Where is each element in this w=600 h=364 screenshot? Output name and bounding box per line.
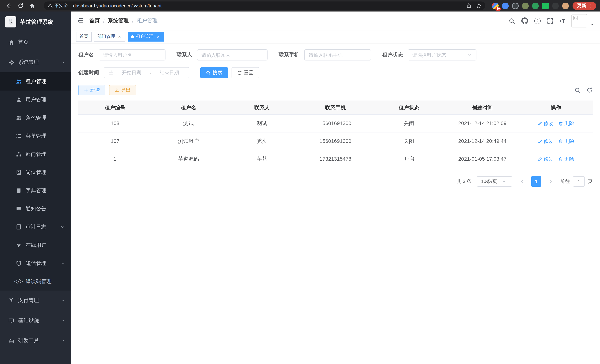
edit-icon bbox=[538, 121, 542, 126]
profile-avatar-icon[interactable] bbox=[562, 2, 569, 9]
navbar: 首页 / 系统管理 / 租户管理 ? bbox=[71, 11, 600, 30]
contact-name-input[interactable] bbox=[201, 52, 263, 58]
sidebar-item-role[interactable]: 角色管理 bbox=[0, 109, 71, 127]
end-date-placeholder[interactable]: 结束日期 bbox=[154, 69, 185, 76]
extension-icon-5[interactable] bbox=[532, 2, 539, 9]
security-label: 不安全 bbox=[55, 3, 68, 9]
edit-button[interactable]: 修改 bbox=[538, 115, 553, 132]
close-icon[interactable]: × bbox=[155, 34, 161, 39]
sidebar-item-audit-log[interactable]: 审计日志 bbox=[0, 218, 71, 236]
sidebar-item-sms[interactable]: 短信管理 bbox=[0, 254, 71, 272]
search-icon bbox=[206, 70, 211, 75]
sidebar-item-infra[interactable]: 基础设施 bbox=[0, 311, 71, 331]
tenant-status-select[interactable] bbox=[408, 49, 477, 60]
share-icon[interactable] bbox=[466, 3, 472, 9]
extension-icon-7[interactable] bbox=[552, 2, 559, 9]
logo-image bbox=[5, 16, 16, 28]
tenant-status-select-input[interactable] bbox=[412, 52, 466, 58]
address-bar[interactable]: 不安全 dashboard.yudao.iocoder.cn/system/te… bbox=[44, 1, 485, 10]
font-size-icon[interactable]: TT bbox=[559, 18, 565, 24]
page-number-button[interactable]: 1 bbox=[531, 176, 541, 187]
extension-icon-4[interactable] bbox=[522, 2, 529, 9]
create-time-range-picker[interactable]: 开始日期 - 结束日期 bbox=[104, 67, 189, 78]
sidebar-item-tenant[interactable]: 租户管理 bbox=[0, 72, 71, 91]
sidebar-item-user[interactable]: 用户管理 bbox=[0, 91, 71, 109]
browser-reload-icon[interactable] bbox=[16, 1, 25, 10]
pagination-total: 共 3 条 bbox=[457, 178, 472, 185]
chevron-right-icon bbox=[548, 179, 553, 184]
edit-button[interactable]: 修改 bbox=[538, 132, 553, 150]
delete-button[interactable]: 删除 bbox=[558, 132, 574, 150]
sidebar-item-notice[interactable]: 通知公告 bbox=[0, 200, 71, 218]
comment-icon bbox=[16, 206, 21, 212]
extension-icon-1[interactable] bbox=[492, 2, 499, 9]
sidebar-item-payment[interactable]: ¥ 支付管理 bbox=[0, 290, 71, 311]
update-label: 更新 bbox=[577, 3, 586, 9]
breadcrumb-system[interactable]: 系统管理 bbox=[108, 18, 129, 24]
browser-menu-icon[interactable]: ⋮ bbox=[589, 3, 593, 9]
pagination: 共 3 条 10条/页 1 bbox=[78, 176, 593, 187]
contact-name-label: 联系人 bbox=[177, 52, 192, 58]
add-button[interactable]: 新增 bbox=[78, 85, 105, 95]
page-size-select[interactable]: 10条/页 bbox=[477, 176, 512, 187]
sidebar-item-online-user[interactable]: 在线用户 bbox=[0, 236, 71, 254]
start-date-placeholder[interactable]: 开始日期 bbox=[116, 69, 147, 76]
sidebar-item-dept[interactable]: 部门管理 bbox=[0, 145, 71, 163]
delete-button[interactable]: 删除 bbox=[558, 115, 574, 132]
sidebar-item-menu[interactable]: 菜单管理 bbox=[0, 127, 71, 145]
refresh-table-icon[interactable] bbox=[587, 87, 593, 93]
help-icon[interactable]: ? bbox=[534, 18, 540, 24]
search-button[interactable]: 搜索 bbox=[200, 67, 228, 78]
tab-tenant[interactable]: 租户管理 × bbox=[128, 32, 164, 41]
yen-icon: ¥ bbox=[8, 298, 14, 304]
sidebar-item-post[interactable]: 岗位管理 bbox=[0, 163, 71, 181]
contact-mobile-input[interactable] bbox=[309, 52, 367, 58]
close-icon[interactable]: × bbox=[117, 34, 122, 39]
tenant-name-input[interactable] bbox=[103, 52, 161, 58]
tab-home[interactable]: 首页 bbox=[76, 32, 92, 41]
delete-button[interactable]: 删除 bbox=[558, 150, 574, 168]
edit-button[interactable]: 修改 bbox=[538, 150, 553, 168]
sidebar-item-home[interactable]: 首页 bbox=[0, 32, 71, 52]
sidebar-collapse-icon[interactable] bbox=[77, 18, 84, 24]
header-search-icon[interactable] bbox=[508, 18, 515, 24]
sidebar-item-dict[interactable]: 字典管理 bbox=[0, 181, 71, 200]
trash-icon bbox=[558, 121, 563, 126]
security-chip[interactable]: 不安全 bbox=[47, 3, 68, 9]
chevron-down-icon bbox=[60, 298, 65, 303]
export-button[interactable]: 导出 bbox=[109, 85, 136, 95]
prev-page-button[interactable] bbox=[517, 176, 527, 187]
reset-button[interactable]: 重置 bbox=[232, 67, 259, 78]
chevron-up-icon bbox=[60, 60, 65, 65]
status-text: 关闭 bbox=[372, 132, 446, 150]
github-icon[interactable] bbox=[521, 18, 528, 24]
extension-icon-3[interactable] bbox=[512, 2, 519, 9]
sidebar-item-dev-tools[interactable]: 研发工具 bbox=[0, 331, 71, 351]
user-avatar[interactable] bbox=[572, 14, 587, 28]
menu-list-icon bbox=[16, 133, 21, 139]
bookmark-star-icon[interactable] bbox=[476, 3, 482, 9]
filter-form-row-2: 创建时间 开始日期 - 结束日期 搜索 bbox=[78, 67, 593, 78]
sidebar-logo[interactable]: 芋道管理系统 bbox=[0, 11, 71, 32]
chevron-down-icon bbox=[60, 225, 65, 229]
goto-page-input[interactable] bbox=[573, 176, 585, 187]
edit-icon bbox=[538, 157, 542, 161]
url-text[interactable]: dashboard.yudao.iocoder.cn/system/tenant bbox=[73, 3, 466, 8]
next-page-button[interactable] bbox=[545, 176, 555, 187]
gear-icon bbox=[8, 59, 14, 65]
warning-icon bbox=[47, 3, 53, 8]
user-menu-caret-icon[interactable] bbox=[590, 23, 594, 28]
browser-home-icon[interactable] bbox=[28, 1, 37, 10]
log-icon bbox=[16, 224, 21, 230]
breadcrumb-home[interactable]: 首页 bbox=[89, 18, 100, 24]
extension-icon-6[interactable] bbox=[542, 2, 549, 9]
sidebar-item-system[interactable]: 系统管理 bbox=[0, 52, 71, 72]
browser-update-button[interactable]: 更新 ⋮ bbox=[572, 2, 596, 10]
fullscreen-icon[interactable] bbox=[547, 18, 553, 24]
extension-icon-2[interactable] bbox=[502, 2, 509, 9]
toggle-search-icon[interactable] bbox=[574, 87, 581, 93]
browser-back-icon[interactable] bbox=[4, 1, 13, 10]
tab-dept[interactable]: 部门管理 × bbox=[94, 32, 125, 41]
sidebar-item-error-code[interactable]: </> 错误码管理 bbox=[0, 272, 71, 290]
filter-form-row-1: 租户名 联系人 联系手机 bbox=[78, 49, 593, 60]
